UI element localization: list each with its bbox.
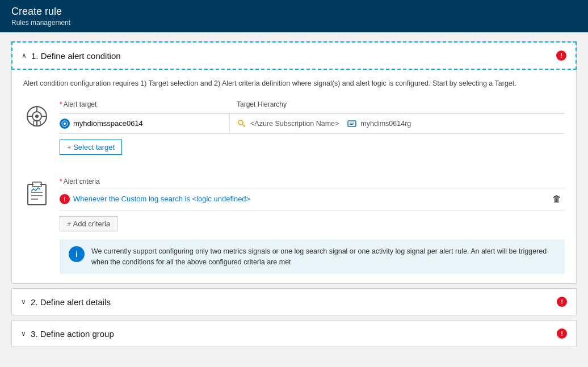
target-details: * Alert target Target Hierarchy <box>60 100 565 155</box>
page-content: ∧ 1. Define alert condition ! Alert cond… <box>0 32 588 361</box>
alert-target-area: * Alert target Target Hierarchy <box>23 100 565 155</box>
section-3-title: 3. Define action group <box>31 329 114 339</box>
criteria-error-icon: ! <box>60 194 70 204</box>
section-define-alert-condition: ∧ 1. Define alert condition ! Alert cond… <box>11 41 577 284</box>
section-define-action-group: ∨ 3. Define action group ! <box>11 320 577 347</box>
criteria-icon <box>23 180 51 207</box>
section-2-chevron: ∨ <box>21 298 26 306</box>
alert-target-col-header: * Alert target <box>60 100 230 111</box>
section-description: Alert condition configuration requires 1… <box>23 78 565 89</box>
target-resource-name: myhdiomsspace0614 <box>73 119 143 128</box>
section-1-title: 1. Define alert condition <box>31 51 121 61</box>
target-hierarchy-cell: <Azure Subscription Name> myhdims0614rg <box>230 114 565 133</box>
info-icon: i <box>69 246 85 262</box>
section-3-chevron: ∨ <box>21 330 26 338</box>
section-1-body: Alert condition configuration requires 1… <box>12 69 576 283</box>
select-target-button[interactable]: + Select target <box>60 140 122 155</box>
svg-rect-18 <box>33 183 40 186</box>
target-row: myhdiomsspace0614 <Azure <box>60 113 565 134</box>
page-header: Create rule Rules management <box>0 0 588 32</box>
section-3-error-badge: ! <box>557 328 567 339</box>
section-1-chevron: ∧ <box>22 52 27 60</box>
bottom-bar: Create alert rule <box>0 361 588 367</box>
resource-group-icon <box>347 119 357 129</box>
page-title: Create rule <box>11 6 577 18</box>
add-criteria-button[interactable]: + Add criteria <box>60 216 117 231</box>
section-2-title: 2. Define alert details <box>31 297 111 307</box>
svg-rect-13 <box>348 121 356 126</box>
svg-point-9 <box>64 123 66 125</box>
target-hierarchy-col-header: Target Hierarchy <box>230 100 565 111</box>
svg-point-10 <box>238 120 243 125</box>
namespace-icon <box>60 119 70 129</box>
section-2-error-badge: ! <box>557 297 567 307</box>
subscription-icon <box>237 119 247 129</box>
criteria-row: ! Whenever the Custom log search is <log… <box>60 188 565 210</box>
page-subtitle: Rules management <box>11 19 577 27</box>
delete-criteria-button[interactable]: 🗑 <box>549 193 565 205</box>
target-resource-icon <box>23 103 51 130</box>
svg-rect-16 <box>28 184 46 205</box>
section-1-header[interactable]: ∧ 1. Define alert condition ! <box>11 41 577 70</box>
target-resource-name-cell: myhdiomsspace0614 <box>60 114 230 133</box>
info-text: We currently support configuring only tw… <box>91 246 556 268</box>
section-1-error-badge: ! <box>556 50 566 61</box>
svg-point-6 <box>35 115 39 118</box>
alert-criteria-area: * Alert criteria ! Whenever the Custom l… <box>23 178 565 275</box>
section-define-alert-details: ∨ 2. Define alert details ! <box>11 288 577 315</box>
criteria-details: * Alert criteria ! Whenever the Custom l… <box>60 178 565 275</box>
section-2-header[interactable]: ∨ 2. Define alert details ! <box>12 289 576 315</box>
section-3-header[interactable]: ∨ 3. Define action group ! <box>12 320 576 347</box>
criteria-link[interactable]: Whenever the Custom log search is <logic… <box>73 195 250 203</box>
info-box: i We currently support configuring only … <box>60 239 565 275</box>
